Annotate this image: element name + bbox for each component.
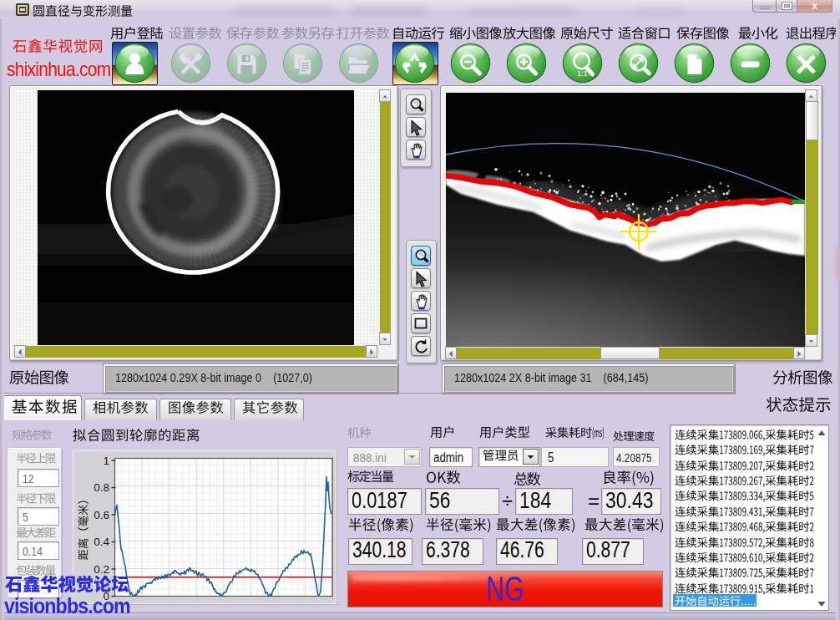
svg-text:0.8: 0.8 [94, 481, 109, 494]
svg-text:0.2: 0.2 [94, 563, 109, 576]
svg-text:0.6: 0.6 [94, 509, 109, 521]
svg-text:0.4: 0.4 [94, 536, 109, 548]
svg-text:1: 1 [103, 455, 109, 467]
svg-text:1:1: 1:1 [577, 69, 588, 78]
